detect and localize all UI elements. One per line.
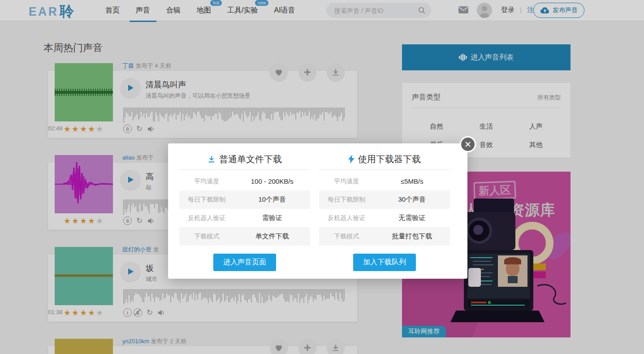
column-heading: 使用下载器下载 (358, 153, 421, 165)
spec-label: 每日下载限制 (319, 196, 374, 204)
spec-value: ≤5MB/s (374, 177, 450, 185)
single-file-column: 普通单文件下载 平均速度 100 - 200KB/s 每日下载限制 10个声音 … (179, 143, 310, 279)
spec-label: 反机器人验证 (179, 214, 234, 222)
spec-value: 批量打包下载 (374, 232, 450, 241)
spec-value: 30个声音 (374, 195, 450, 204)
spec-row: 反机器人验证 无需验证 (319, 209, 450, 227)
spec-label: 平均速度 (319, 177, 374, 186)
spec-table: 平均速度 ≤5MB/s 每日下载限制 30个声音 反机器人验证 无需验证 下载模… (319, 172, 450, 246)
column-heading: 普通单文件下载 (219, 153, 282, 165)
download-icon (207, 155, 216, 163)
spec-value: 需验证 (234, 214, 310, 222)
spec-value: 10个声音 (234, 195, 310, 204)
lightning-icon (348, 155, 354, 164)
downloader-column: 使用下载器下载 平均速度 ≤5MB/s 每日下载限制 30个声音 反机器人验证 … (319, 143, 450, 279)
spec-row: 反机器人验证 需验证 (179, 209, 310, 227)
spec-table: 平均速度 100 - 200KB/s 每日下载限制 10个声音 反机器人验证 需… (179, 172, 310, 246)
spec-row: 每日下载限制 30个声音 (319, 190, 450, 209)
spec-row: 平均速度 ≤5MB/s (319, 172, 450, 190)
spec-label: 反机器人验证 (319, 214, 374, 222)
spec-value: 100 - 200KB/s (234, 177, 310, 185)
enter-sound-page-button[interactable]: 进入声音页面 (213, 254, 276, 271)
spec-label: 下载模式 (179, 233, 234, 241)
spec-label: 每日下载限制 (179, 196, 234, 204)
close-button[interactable] (460, 136, 476, 152)
spec-row: 下载模式 单文件下载 (179, 227, 310, 246)
add-to-download-queue-button[interactable]: 加入下载队列 (353, 254, 416, 271)
spec-row: 下载模式 批量打包下载 (319, 227, 450, 246)
spec-row: 每日下载限制 10个声音 (179, 190, 310, 209)
spec-value: 单文件下载 (234, 232, 310, 241)
spec-value: 无需验证 (374, 214, 450, 222)
spec-row: 平均速度 100 - 200KB/s (179, 172, 310, 190)
spec-label: 下载模式 (319, 233, 374, 241)
close-icon (465, 142, 471, 147)
download-options-modal: 普通单文件下载 平均速度 100 - 200KB/s 每日下载限制 10个声音 … (168, 143, 467, 279)
page: EAR 聆 首页 声音 合辑 地图 hot 工具/实验 new AI语音 (0, 0, 644, 354)
spec-label: 平均速度 (179, 177, 234, 186)
